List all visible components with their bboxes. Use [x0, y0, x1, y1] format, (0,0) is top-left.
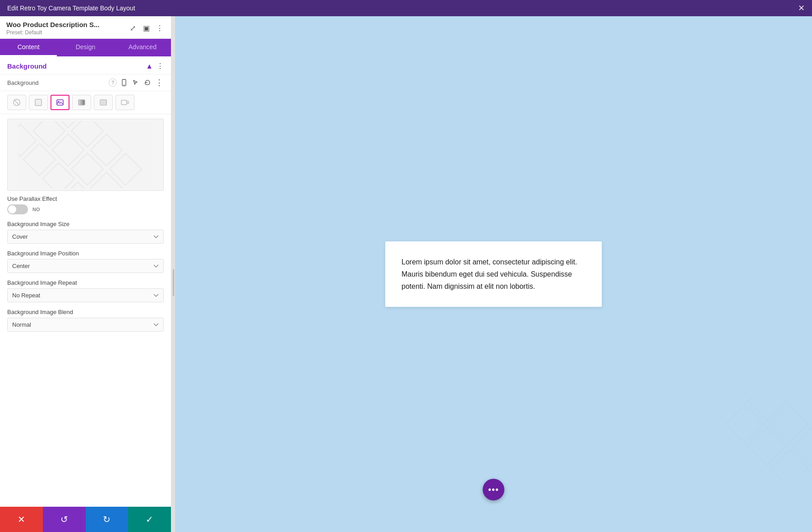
parallax-toggle[interactable]: [7, 204, 28, 214]
preview-watermark: [722, 395, 812, 487]
responsive-mobile-icon[interactable]: [120, 78, 129, 87]
section-header: Background ▲ ⋮: [0, 56, 171, 74]
tab-design[interactable]: Design: [57, 39, 114, 56]
svg-rect-7: [78, 100, 85, 105]
image-size-label: Background Image Size: [7, 221, 164, 227]
section-header-icons: ▲ ⋮: [146, 62, 164, 70]
undo-button[interactable]: ↺: [43, 507, 86, 532]
image-blend-setting: Background Image Blend Normal Multiply S…: [7, 309, 164, 332]
floating-action-button[interactable]: •••: [483, 479, 504, 500]
section-title: Background: [7, 62, 47, 70]
svg-point-1: [124, 84, 125, 85]
sidebar: Woo Product Description S... Preset: Def…: [0, 16, 171, 532]
image-blend-label: Background Image Blend: [7, 309, 164, 315]
parallax-setting: Use Parallax Effect NO: [7, 195, 164, 214]
svg-rect-31: [725, 405, 764, 443]
parallax-label: Use Parallax Effect: [7, 195, 164, 202]
bg-type-none-button[interactable]: [7, 95, 26, 110]
image-position-select[interactable]: Center Top Left Top Center Top Right Cen…: [7, 259, 164, 273]
bg-more-icon[interactable]: ⋮: [155, 78, 164, 87]
bg-type-video-button[interactable]: [115, 95, 134, 110]
svg-rect-15: [121, 100, 127, 105]
svg-rect-34: [770, 449, 808, 485]
widget-header-row: Woo Product Description S... Preset: Def…: [6, 21, 165, 36]
image-position-setting: Background Image Position Center Top Lef…: [7, 250, 164, 273]
cursor-icon[interactable]: [131, 78, 140, 87]
image-placeholder: [8, 119, 163, 190]
bg-type-color-button[interactable]: [29, 95, 48, 110]
image-size-setting: Background Image Size Cover Contain Auto…: [7, 221, 164, 244]
widget-header: Woo Product Description S... Preset: Def…: [0, 16, 171, 39]
tab-bar: Content Design Advanced: [0, 39, 171, 56]
svg-rect-4: [35, 99, 42, 106]
image-repeat-setting: Background Image Repeat No Repeat Repeat…: [7, 279, 164, 302]
widget-title-group: Woo Product Description S... Preset: Def…: [6, 21, 99, 36]
image-position-label: Background Image Position: [7, 250, 164, 257]
parallax-toggle-label: NO: [32, 207, 40, 212]
section-collapse-icon[interactable]: ▲: [146, 62, 153, 70]
image-repeat-label: Background Image Repeat: [7, 279, 164, 286]
background-label-row: Background ? ⋮: [0, 74, 171, 91]
background-type-icons: [0, 91, 171, 114]
image-blend-select[interactable]: Normal Multiply Screen Overlay Darken Li…: [7, 318, 164, 332]
reset-icon[interactable]: [143, 78, 152, 87]
svg-rect-30: [770, 405, 808, 443]
svg-rect-5: [57, 100, 63, 105]
background-label: Background: [7, 79, 38, 86]
image-preview[interactable]: [7, 119, 164, 191]
preview-area: Lorem ipsum dolor sit amet, consectetur …: [175, 16, 812, 532]
settings-area: Use Parallax Effect NO Background Image …: [0, 195, 171, 507]
svg-rect-32: [748, 427, 786, 466]
widget-title: Woo Product Description S...: [6, 21, 99, 28]
svg-rect-29: [748, 395, 786, 421]
expand-icon[interactable]: ⤢: [128, 23, 138, 33]
more-icon[interactable]: ⋮: [155, 23, 165, 33]
image-size-select[interactable]: Cover Contain Auto Custom: [7, 230, 164, 244]
bg-type-pattern-button[interactable]: [94, 95, 113, 110]
title-bar: Edit Retro Toy Camera Template Body Layo…: [0, 0, 812, 16]
title-bar-text: Edit Retro Toy Camera Template Body Layo…: [7, 5, 135, 12]
save-button[interactable]: ✓: [128, 507, 171, 532]
help-icon[interactable]: ?: [109, 79, 117, 87]
bg-type-gradient-button[interactable]: [72, 95, 91, 110]
section-more-icon[interactable]: ⋮: [157, 62, 164, 70]
widget-header-icons: ⤢ ▣ ⋮: [128, 23, 165, 33]
toggle-knob: [8, 205, 16, 213]
tab-content[interactable]: Content: [0, 39, 57, 56]
redo-button[interactable]: ↻: [86, 507, 129, 532]
resize-handle[interactable]: [171, 16, 175, 532]
content-box: Lorem ipsum dolor sit amet, consectetur …: [385, 241, 602, 307]
content-text: Lorem ipsum dolor sit amet, consectetur …: [401, 256, 586, 293]
parallax-toggle-row: NO: [7, 204, 164, 214]
svg-line-3: [14, 100, 19, 105]
title-bar-close-button[interactable]: ✕: [798, 4, 805, 12]
background-controls: ? ⋮: [109, 78, 164, 87]
main-layout: Woo Product Description S... Preset: Def…: [0, 16, 812, 532]
cancel-button[interactable]: ✕: [0, 507, 43, 532]
action-bar: ✕ ↺ ↻ ✓: [0, 507, 171, 532]
bg-type-image-button[interactable]: [51, 95, 69, 110]
layout-icon[interactable]: ▣: [141, 23, 151, 33]
svg-rect-33: [793, 427, 812, 466]
image-repeat-select[interactable]: No Repeat Repeat Repeat X Repeat Y: [7, 288, 164, 302]
tab-advanced[interactable]: Advanced: [114, 39, 171, 56]
widget-preset: Preset: Default: [6, 29, 99, 36]
